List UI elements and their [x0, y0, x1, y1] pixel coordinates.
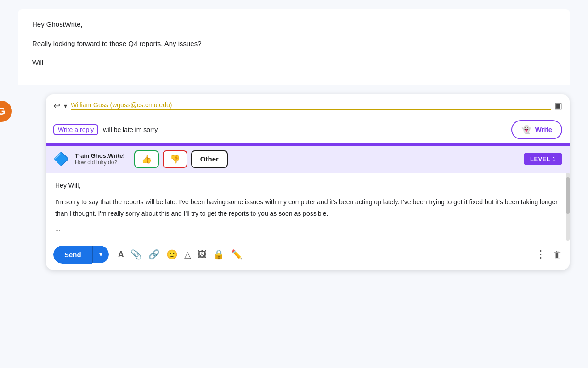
compose-container: ↩ ▾ William Guss (wguss@cs.cmu.edu) ▣ Wr…	[46, 94, 570, 270]
link-icon[interactable]: 🔗	[148, 249, 160, 260]
email-signature: Will	[32, 57, 556, 69]
email-greeting: Hey GhostWrite,	[32, 18, 556, 30]
write-button-label: Write	[535, 126, 552, 133]
compose-body: Write a reply will be late im sorry 👻 Wr…	[46, 115, 570, 143]
pen-icon[interactable]: ✏️	[231, 249, 243, 260]
toolbar-icons: A 📎 🔗 🙂 △ 🖼 🔒 ✏️	[118, 249, 243, 260]
attach-icon[interactable]: 📎	[130, 249, 142, 260]
write-button[interactable]: 👻 Write	[511, 120, 562, 139]
lock-icon[interactable]: 🔒	[213, 249, 225, 260]
train-title: Train GhostWrite!	[75, 152, 125, 159]
thumbs-down-button[interactable]: 👎	[163, 150, 187, 168]
train-bar: 🔷 Train GhostWrite! How did Inky do? 👍 👎…	[46, 144, 570, 172]
write-a-reply-tag[interactable]: Write a reply	[53, 124, 98, 135]
compose-draft-text[interactable]: will be late im sorry	[103, 126, 506, 133]
more-options-button[interactable]: ⋮	[536, 248, 546, 260]
train-icon: 🔷	[53, 151, 69, 167]
ghost-icon: 👻	[521, 125, 531, 135]
emoji-icon[interactable]: 🙂	[166, 249, 178, 260]
recipient-field[interactable]: William Guss (wguss@cs.cmu.edu)	[71, 101, 551, 110]
generated-email: Hey Will, I'm sorry to say that the repo…	[46, 172, 570, 241]
format-text-icon[interactable]: A	[118, 250, 124, 259]
train-actions: 👍 👎 Other	[134, 150, 228, 168]
thumbs-down-icon: 👎	[170, 154, 180, 164]
level-badge: LEVEL 1	[524, 153, 562, 165]
avatar: G	[0, 101, 12, 122]
ellipsis-expand[interactable]: ···	[55, 224, 560, 236]
send-dropdown-button[interactable]: ▾	[92, 246, 109, 263]
reply-content-wrapper: Hey Will, I'm sorry to say that the repo…	[46, 172, 570, 241]
send-button-group: Send ▾	[53, 246, 109, 264]
footer-right: ⋮ 🗑	[536, 248, 562, 260]
drive-icon[interactable]: △	[184, 249, 191, 260]
reply-body: I'm sorry to say that the reports will b…	[55, 196, 560, 219]
expand-icon[interactable]: ▣	[554, 101, 562, 111]
dropdown-icon[interactable]: ▾	[64, 102, 67, 109]
send-button[interactable]: Send	[53, 246, 92, 264]
compose-footer: Send ▾ A 📎 🔗 🙂 △ 🖼 �	[46, 241, 570, 270]
thumbs-up-icon: 👍	[141, 154, 152, 164]
email-line1: Really looking forward to those Q4 repor…	[32, 38, 556, 50]
other-button[interactable]: Other	[191, 150, 228, 168]
email-body: Hey GhostWrite, Really looking forward t…	[18, 9, 570, 85]
scrollbar-thumb[interactable]	[566, 177, 570, 214]
reply-icon[interactable]: ↩	[53, 101, 60, 111]
scrollbar[interactable]	[566, 172, 570, 241]
reply-greeting: Hey Will,	[55, 180, 560, 191]
train-subtitle: How did Inky do?	[75, 159, 125, 166]
photo-icon[interactable]: 🖼	[198, 249, 207, 260]
delete-button[interactable]: 🗑	[553, 249, 562, 260]
compose-header: ↩ ▾ William Guss (wguss@cs.cmu.edu) ▣	[46, 94, 570, 115]
thumbs-up-button[interactable]: 👍	[134, 150, 159, 168]
train-text: Train GhostWrite! How did Inky do?	[75, 152, 125, 166]
